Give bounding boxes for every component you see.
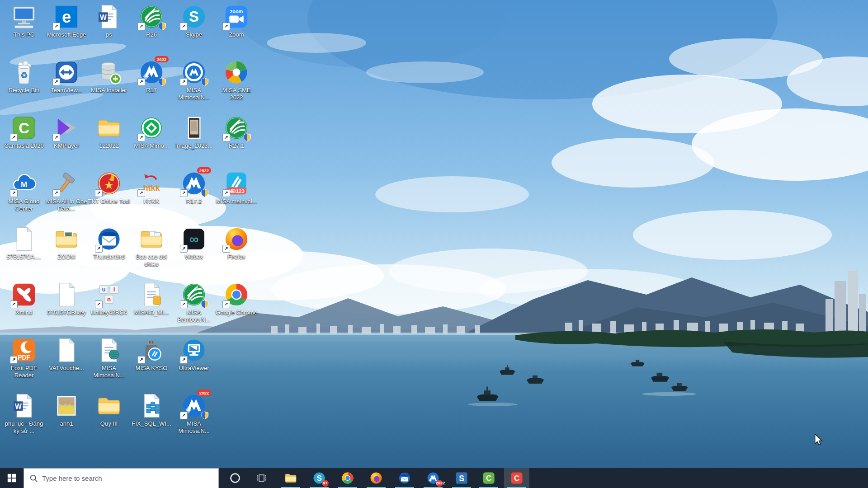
webex-icon: ∞↗ [181,226,207,252]
tkt-icon: ★↗ [96,170,122,197]
desktop-icon-microsoft-edge[interactable]: e↗Microsoft Edge [45,4,88,38]
desktop-icon-unikey[interactable]: uin↗Unikey42RC4 [88,282,130,316]
file-explorer-icon [284,471,297,485]
icon-label: 575157CB.key [45,309,88,316]
desktop-icon-misa-cloud-center[interactable]: M↗MISA Cloud Center [3,170,45,212]
icon-label: Unikey42RC4 [88,309,130,316]
taskbar-app-firefox[interactable] [363,468,389,488]
desktop-icon-image-2023[interactable]: image_2023... [173,115,215,150]
taskbar-app-camtasia-recorder[interactable]: C [504,468,529,488]
search-input[interactable]: Type here to search [24,468,219,488]
desktop-icon-misa-sme-2022[interactable]: MISA SME 2022 [215,59,258,101]
desktop-icon-phu-luc-doc[interactable]: Wphụ lục - Đăng ký sử ... [3,393,45,434]
desktop-icon-kmplayer[interactable]: ↗KMPlayer [45,115,88,150]
folderimg-icon [53,226,80,252]
misam-icon: ↗2022 [138,59,165,85]
shortcut-arrow-icon: ↗ [222,23,230,30]
icon-label: VATVouche... [45,365,88,372]
desktop-icon-skype[interactable]: S↗Skype [173,4,215,38]
desktop-icon-camtasia-2020[interactable]: C↗Camtasia 2020 [3,115,45,150]
desktop-icon-anh1[interactable]: anh1 [45,393,88,427]
start-button[interactable] [0,468,24,488]
taskbar-app-file-explorer[interactable] [278,468,303,488]
svg-text:u: u [102,286,105,293]
desktop-icon-thunderbird[interactable]: ↗Thunderbird [88,226,130,261]
taskbar: Type here to search S9+2022SCC ENG 4:59 … [0,468,868,488]
desktop-icon-misa-mimosa-doc[interactable]: MISA Mimosa.N... [88,337,130,379]
shortcut-arrow-icon: ↗ [180,78,188,86]
desktop-icon-this-pc[interactable]: This PC [3,4,45,38]
desktop-icon-ps-doc[interactable]: Wps [88,4,130,38]
desktop-icon-google-chrome[interactable]: ↗Google Chrome [215,282,258,316]
misaring-icon: ↗ [181,59,207,85]
desktop-icon-teamviewer[interactable]: ↗TeamView... [45,59,88,94]
uac-shield-icon [158,78,166,86]
cortana-button[interactable] [223,468,247,488]
desktop-icon-quy-iii[interactable]: Quy III [88,393,130,427]
desktop-icon-r271[interactable]: ↗R27.1 [215,115,258,150]
shortcut-arrow-icon: ↗ [10,356,18,364]
xmind-icon: ↗ [11,282,37,308]
taskbar-app-camtasia[interactable]: C [476,468,501,488]
desktop-icon-recycle-bin[interactable]: ♻Recycle Bin [3,59,45,94]
desktop-icon-bao-cao-doi-chieu[interactable]: Bao cao doi chieu [130,226,173,267]
desktop-icon-vatvoucher[interactable]: VATVouche... [45,337,88,372]
icon-label: Google Chrome [215,309,258,316]
thunderbird-icon [398,471,411,485]
svg-text:S: S [316,474,321,483]
desktop-icon-folder-zoom[interactable]: ZOOM [45,226,88,261]
taskbar-app-misa-s[interactable]: S [449,468,474,488]
uac-shield-icon [243,133,251,142]
desktop-icon-misaid[interactable]: MISAID_MI... [130,282,173,316]
desktop-icon-r26[interactable]: ↗R26 [130,4,173,38]
svg-text:PDF: PDF [18,354,30,361]
desktop-icon-r17[interactable]: ↗2022R17 [130,59,173,94]
taskbar-app-misa-sme[interactable]: 2022 [420,468,446,488]
folder-icon [96,115,122,141]
desktop-icon-misa-all-in-one[interactable]: ↗MISA All In One Data... [45,170,88,212]
desktop-icon-ultraviewer[interactable]: ↗UltraViewer [173,337,215,372]
foxit-icon: PDF↗ [11,337,37,363]
blankpage-icon [11,226,37,252]
desktop-icon-webex[interactable]: ∞↗Webex [173,226,215,261]
taskbar-app-skype[interactable]: S9+ [307,468,332,488]
taskbar-app-google-chrome[interactable] [335,468,360,488]
icon-label: MISA meInvoi... [215,198,258,205]
desktop-icon-htkk[interactable]: htkk↗HTKK [130,170,173,205]
htkk-icon: htkk↗ [138,170,165,197]
desktop-icon-file-575157ca[interactable]: 575157CA.... [3,226,45,261]
uac-shield-icon [201,300,209,309]
desktop-icon-firefox[interactable]: ↗Firefox [215,226,258,261]
desktop-icon-file-575157cb[interactable]: 575157CB.key [45,282,88,316]
uac-shield-icon [158,22,166,31]
taskbar-app-thunderbird[interactable] [392,468,417,488]
desktop-icon-misa-kyso[interactable]: ↗MISA KYSO [130,337,173,372]
search-placeholder: Type here to search [42,474,102,482]
desktop-icon-misa-mimosa-2022[interactable]: ↗2022MISA Mimosa.N... [173,393,215,434]
svg-text:∞: ∞ [189,232,199,246]
desktop-icon-xmind[interactable]: ↗Xmind [3,282,45,316]
desktop-icon-tkt-offline-tool[interactable]: ★↗TKT Offline Tool [88,170,130,205]
desktop-icon-misa-bamboo[interactable]: ↗MISA Bamboo.N... [173,282,215,323]
svg-text:i: i [113,286,115,293]
icon-label: Webex [173,253,215,261]
desktop-icon-folder-122022[interactable]: 122022 [88,115,130,150]
desktop-icon-misa-mimosa-ring[interactable]: ↗MISA Mimosa.N... [173,59,215,101]
shortcut-arrow-icon: ↗ [222,189,230,197]
svg-text:S: S [189,8,199,25]
desktop-icon-misa-installer[interactable]: MISA Installer [88,59,130,94]
desktop-icon-r172[interactable]: ↗2022R17.2 [173,170,215,205]
shortcut-arrow-icon: ↗ [10,300,18,308]
uac-shield-icon [201,411,209,420]
task-view-button[interactable] [250,468,273,488]
year-badge: 2022 [155,56,169,62]
desktop-icon-foxit-pdf-reader[interactable]: PDF↗Foxit PDF Reader [3,337,45,379]
desktop-icon-misa-mimo[interactable]: ↗MISA Mimo... [130,115,173,150]
icon-label: TeamView... [45,87,88,94]
svg-text:htkk: htkk [143,183,160,192]
desktop-icon-misa-meinvoice[interactable]: NĐ123↗MISA meInvoi... [215,170,258,205]
misam-icon: ↗2022 [181,170,207,197]
desktop-icon-zoom-app[interactable]: zoom↗Zoom [215,4,258,38]
pagecubes-icon [138,393,165,419]
desktop-icon-fix-sql[interactable]: FIX_SQL_WI... [130,393,173,427]
